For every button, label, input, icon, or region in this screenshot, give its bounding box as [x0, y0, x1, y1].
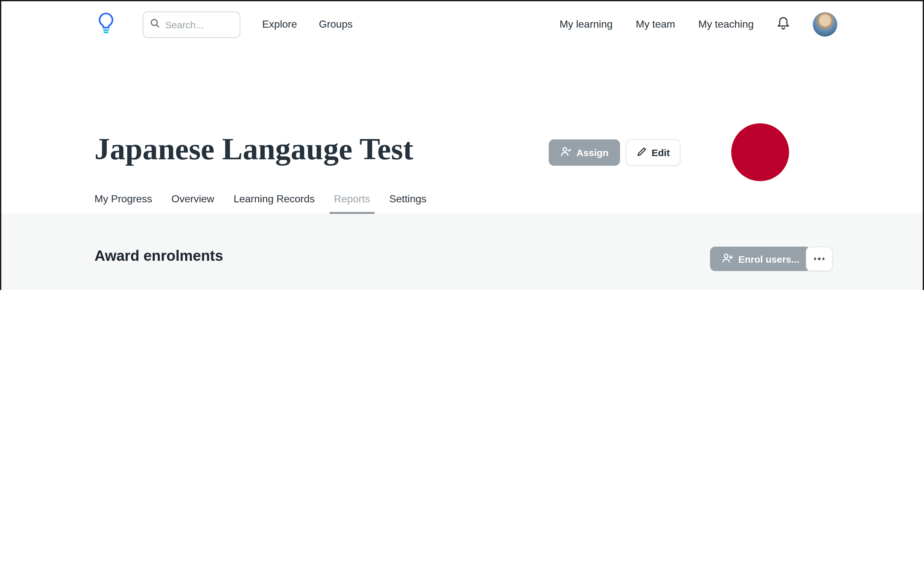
lightbulb-icon: [98, 12, 114, 36]
search-input[interactable]: [165, 19, 229, 30]
nav-link-my-teaching[interactable]: My teaching: [698, 19, 754, 30]
person-check-icon: [560, 147, 571, 159]
tab-learning-records[interactable]: Learning Records: [234, 193, 315, 214]
enrol-users-button-label: Enrol users...: [738, 254, 799, 264]
search-icon: [150, 18, 160, 31]
page-header: Japanese Langauge Test Assign Edit My Pr…: [1, 48, 923, 214]
app-window: Explore Groups My learning My team My te…: [0, 0, 924, 290]
search-box[interactable]: [143, 11, 240, 38]
assign-button-label: Assign: [576, 147, 609, 158]
tab-settings[interactable]: Settings: [389, 193, 427, 214]
main-content: Award enrolments Enrol users... 2 select…: [1, 214, 923, 290]
tab-reports[interactable]: Reports: [334, 193, 370, 214]
tab-overview[interactable]: Overview: [172, 193, 214, 214]
section-heading: Award enrolments: [94, 247, 223, 265]
app-logo[interactable]: [98, 12, 114, 36]
navbar-right: My learning My team My teaching: [559, 12, 837, 36]
assign-button[interactable]: Assign: [549, 139, 620, 166]
person-plus-icon: [722, 253, 733, 265]
page-more-actions-button[interactable]: [806, 247, 833, 271]
notification-bell-icon[interactable]: [777, 16, 790, 33]
nav-link-explore[interactable]: Explore: [262, 19, 297, 30]
user-avatar[interactable]: [813, 12, 837, 36]
pencil-icon: [637, 147, 647, 158]
header-actions: Assign Edit: [549, 139, 681, 166]
page-title: Japanese Langauge Test: [94, 131, 413, 166]
ellipsis-icon: [814, 258, 825, 260]
nav-link-my-team[interactable]: My team: [636, 19, 675, 30]
tab-my-progress[interactable]: My Progress: [94, 193, 152, 214]
nav-link-groups[interactable]: Groups: [319, 19, 353, 30]
enrol-users-button[interactable]: Enrol users...: [710, 247, 811, 271]
nav-link-my-learning[interactable]: My learning: [559, 19, 612, 30]
tab-bar: My Progress Overview Learning Records Re…: [94, 193, 426, 214]
top-navbar: Explore Groups My learning My team My te…: [1, 1, 923, 48]
course-image-japan-flag: [731, 123, 789, 181]
edit-button[interactable]: Edit: [626, 139, 681, 166]
edit-button-label: Edit: [652, 147, 670, 158]
